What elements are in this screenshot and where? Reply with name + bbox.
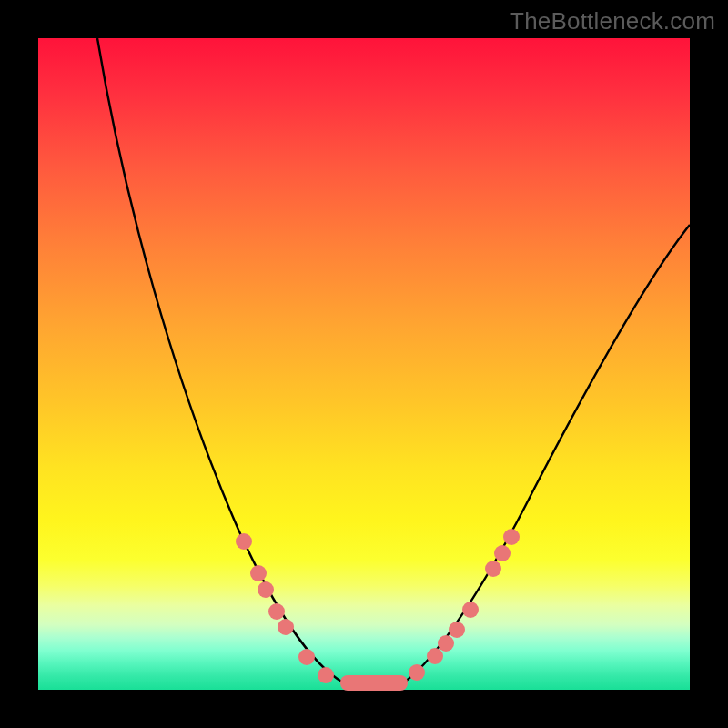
marker-dot bbox=[268, 603, 285, 620]
watermark-text: TheBottleneck.com bbox=[510, 7, 715, 35]
marker-floor-bar bbox=[340, 675, 408, 691]
chart-frame: TheBottleneck.com bbox=[0, 0, 728, 728]
plot-area bbox=[38, 38, 690, 690]
marker-dot bbox=[278, 619, 294, 635]
marker-dot bbox=[258, 581, 274, 598]
marker-dot bbox=[485, 561, 501, 577]
marker-dot bbox=[503, 529, 520, 545]
curve-right bbox=[404, 225, 690, 682]
marker-group-right bbox=[409, 529, 520, 681]
bottleneck-curve bbox=[38, 38, 690, 690]
marker-dot bbox=[250, 565, 267, 581]
marker-dot bbox=[236, 533, 252, 550]
marker-dot bbox=[494, 545, 511, 561]
marker-dot bbox=[462, 602, 479, 618]
marker-dot bbox=[298, 649, 315, 665]
marker-dot bbox=[449, 622, 465, 638]
marker-dot bbox=[318, 667, 334, 683]
marker-dot bbox=[409, 664, 425, 681]
curve-left bbox=[97, 38, 343, 682]
marker-dot bbox=[438, 635, 454, 652]
marker-dot bbox=[427, 648, 443, 664]
